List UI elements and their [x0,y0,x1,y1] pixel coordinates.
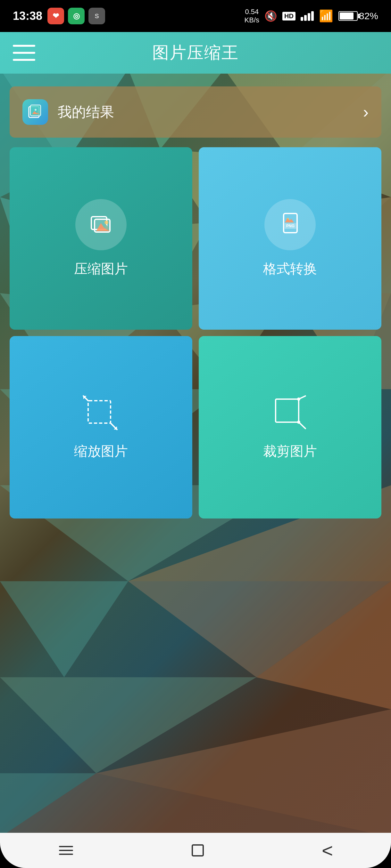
svg-point-51 [297,421,300,424]
compress-images-card[interactable]: 压缩图片 [9,147,192,330]
convert-icon-circle: PNG [264,199,316,250]
speed-unit: KB/s [245,16,259,24]
compress-label: 压缩图片 [74,260,128,278]
crop-images-card[interactable]: 裁剪图片 [199,336,381,519]
svg-point-34 [105,220,108,224]
svg-point-28 [35,109,36,111]
battery-icon [338,11,358,21]
speed-value: 0.54 [245,8,259,16]
svg-text:PNG: PNG [286,224,295,228]
format-convert-card[interactable]: PNG 格式转换 [199,147,381,330]
svg-marker-41 [285,218,294,222]
crop-label: 裁剪图片 [263,442,317,460]
my-results-label: 我的结果 [58,103,114,122]
crop-icon [271,394,309,433]
nav-bar: < [0,833,391,868]
svg-rect-42 [88,401,111,423]
main-content: 我的结果 › [0,73,391,833]
mute-icon: 🔇 [264,10,277,22]
resize-label: 缩放图片 [74,442,128,460]
app-icon-soul: S [88,8,105,24]
svg-rect-55 [192,845,203,856]
status-bar: 13:38 ❤ ◎ S 0.54 KB/s 🔇 HD [0,0,391,32]
resize-icon [82,394,120,433]
app-title: 图片压缩王 [152,41,239,64]
nav-menu-button[interactable] [45,841,87,860]
battery-pct: 82% [359,10,378,22]
svg-point-50 [297,398,300,401]
content-overlay: 我的结果 › [0,73,391,531]
results-app-icon [22,99,48,125]
top-bar: 图片压缩王 [0,32,391,73]
time: 13:38 [13,9,42,23]
svg-rect-47 [276,399,299,422]
app-icon-2: ◎ [68,8,85,24]
menu-button[interactable] [13,45,35,61]
app-icon-1: ❤ [48,8,64,24]
svg-marker-19 [0,581,128,677]
convert-label: 格式转换 [263,260,317,278]
battery: 82% [338,10,378,22]
nav-back-button[interactable]: < [309,836,346,865]
nav-home-button[interactable] [177,839,219,862]
hd-badge: HD [282,12,296,21]
signal-bars-1 [301,11,314,21]
wifi-icon: 📶 [319,9,333,23]
chevron-right-icon: › [363,102,368,122]
network-speed: 0.54 KB/s [245,8,259,25]
resize-images-card[interactable]: 缩放图片 [9,336,192,519]
phone-frame: 13:38 ❤ ◎ S 0.54 KB/s 🔇 HD [0,0,391,868]
my-results-left: 我的结果 [22,99,114,125]
status-right: 0.54 KB/s 🔇 HD 📶 82% [245,8,378,25]
my-results-card[interactable]: 我的结果 › [9,86,381,137]
app-icons: ❤ ◎ S [48,8,105,24]
status-left: 13:38 ❤ ◎ S [13,8,105,24]
compress-icon-circle [75,199,127,250]
feature-grid: 压缩图片 PNG [9,147,381,519]
